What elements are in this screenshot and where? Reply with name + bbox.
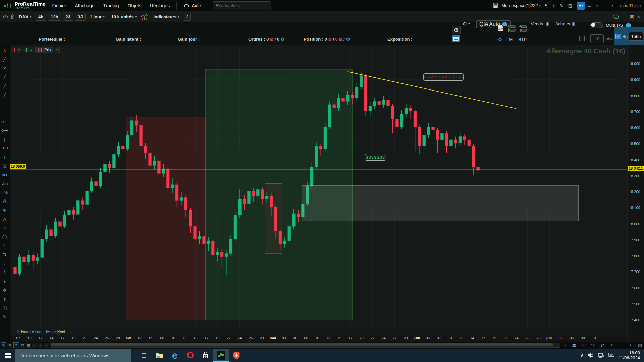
close-icon[interactable]: ×: [611, 3, 617, 8]
cancel-orders-icon[interactable]: ⊠: [270, 37, 273, 42]
info-button[interactable]: i: [184, 13, 191, 21]
panel-settings-wrench-icon[interactable]: ⚙: [452, 26, 461, 34]
collapse-tools[interactable]: ∧: [1, 46, 9, 55]
windows-store-button[interactable]: [198, 349, 213, 362]
screens-icon[interactable]: ▭: [32, 343, 37, 348]
grab-tool[interactable]: ✥: [1, 286, 9, 295]
close-position2-icon[interactable]: ⊠: [339, 37, 342, 42]
menu-affichage[interactable]: Affichage: [73, 2, 96, 10]
scroll-left-icon[interactable]: ‹: [44, 343, 49, 348]
close-icon[interactable]: ×: [637, 14, 640, 19]
timeframe-3j[interactable]: 3J: [75, 13, 85, 21]
undo-icon[interactable]: ↶: [580, 342, 587, 348]
reload-icon[interactable]: [613, 14, 619, 19]
server-icon[interactable]: ▤: [568, 3, 574, 8]
lmt-button[interactable]: LMT: [506, 37, 515, 42]
stop-checkbox[interactable]: ✓: [615, 34, 621, 39]
to-order-icon[interactable]: [496, 25, 504, 32]
pin-icon[interactable]: ⊼: [596, 3, 601, 8]
menu-aide[interactable]: Aide: [181, 2, 203, 10]
buy-chart-tab[interactable]: ❚▲: [23, 47, 34, 53]
circle-tool[interactable]: ○: [1, 224, 9, 233]
orders-settings-icon[interactable]: ⚙: [281, 37, 285, 42]
gray-zone[interactable]: [302, 185, 578, 221]
search-box[interactable]: [213, 1, 271, 10]
taskbar-search[interactable]: Rechercher sur le web et dans Windows: [15, 349, 131, 362]
trend-line-tool[interactable]: ╱: [1, 55, 9, 64]
h-segment-tool[interactable]: o-o: [1, 144, 9, 153]
flag-icon[interactable]: ⚑: [544, 3, 549, 8]
pencil-tool[interactable]: ✎: [1, 312, 9, 321]
menu-reglages[interactable]: Réglages: [148, 2, 172, 10]
stp-order-icon[interactable]: [519, 25, 527, 32]
buy-info-icon[interactable]: i: [572, 22, 575, 26]
workspace-selector[interactable]: Mon espace(1)222 ▾: [501, 3, 541, 8]
limit-checkbox[interactable]: [579, 36, 585, 41]
arrow-line-tool[interactable]: ↗: [1, 64, 9, 73]
keyboard-icon[interactable]: [452, 35, 460, 42]
opera-browser-button[interactable]: O: [182, 349, 198, 362]
minimize-icon[interactable]: —: [604, 3, 609, 8]
horizontal-line-tool[interactable]: —: [1, 99, 9, 108]
period-selector[interactable]: 1 jour▾: [88, 13, 107, 20]
tray-chevron-icon[interactable]: ∧: [580, 352, 584, 358]
link-icon[interactable]: [10, 14, 15, 19]
save-icon[interactable]: [493, 3, 498, 8]
thick-line-tool[interactable]: ╱: [1, 81, 9, 90]
prorealtime-taskbar-button[interactable]: [213, 349, 229, 362]
menu-objets[interactable]: Objets: [126, 2, 143, 10]
to-button[interactable]: TO: [496, 37, 502, 42]
updown-tool[interactable]: ⇅: [1, 250, 9, 259]
goto-date-icon[interactable]: ▦: [571, 342, 578, 348]
layout-icon[interactable]: ▱: [588, 3, 594, 8]
percent-tool[interactable]: ↑%: [1, 188, 9, 197]
zigzag-tool[interactable]: ⋀: [1, 215, 9, 224]
horizontal-ray2-tool[interactable]: o—: [1, 126, 9, 135]
timeframe-2j[interactable]: 2J: [63, 13, 73, 21]
sell-info-icon[interactable]: i: [546, 22, 549, 26]
lmt-order-icon[interactable]: [507, 25, 516, 32]
fan-lines-tool[interactable]: ⋘: [1, 170, 9, 179]
segment-tool[interactable]: ╱: [1, 73, 9, 82]
task-view-button[interactable]: [136, 349, 152, 362]
arrow-up-tool[interactable]: ⇡: [1, 268, 9, 277]
menu-trading[interactable]: Trading: [101, 2, 121, 10]
zoom-in-icon[interactable]: +: [627, 342, 634, 348]
stp-button[interactable]: STP: [518, 37, 527, 42]
clock[interactable]: 16:00 11/06/2024: [619, 350, 640, 360]
start-button[interactable]: [0, 349, 15, 362]
vertical-line-tool[interactable]: |: [1, 135, 9, 144]
zoom-drag-icon[interactable]: ⌖: [608, 342, 615, 348]
timeframe-12h[interactable]: 12h: [48, 13, 61, 21]
timeframe-4h[interactable]: 4h: [36, 13, 46, 21]
chart-list-icon[interactable]: ≡: [54, 47, 60, 53]
units-selector[interactable]: 10 k unités▾: [109, 13, 139, 20]
tab-qty[interactable]: Qté: [463, 21, 470, 26]
indicators-selector[interactable]: Indicateurs▾: [151, 13, 182, 20]
instrument-selector[interactable]: DAX▾: [17, 13, 34, 20]
red-zone[interactable]: [126, 117, 205, 320]
redo-icon[interactable]: ↷: [589, 342, 597, 348]
volume-icon[interactable]: [588, 353, 594, 358]
search-input[interactable]: [215, 3, 276, 8]
notifications-icon[interactable]: [608, 353, 614, 358]
close-position-icon[interactable]: ⊠: [328, 37, 332, 42]
angle-tool[interactable]: ∠α: [1, 179, 9, 188]
limit-points-input[interactable]: [590, 34, 604, 43]
horizontal-line2-tool[interactable]: —: [1, 108, 9, 117]
draw-mode-icon[interactable]: ✎: [1, 342, 6, 348]
zoom-out-icon[interactable]: −: [618, 342, 625, 348]
brave-browser-button[interactable]: [229, 349, 244, 362]
scrollbar-thumb[interactable]: [51, 343, 553, 346]
sync-icon[interactable]: ↻: [560, 3, 566, 8]
extended-line-tool[interactable]: ╱: [1, 90, 9, 100]
scroll-right-icon[interactable]: ›: [561, 342, 569, 348]
ellipse-tool[interactable]: ◯: [1, 233, 9, 242]
chevron-tool[interactable]: ▾: [1, 277, 9, 286]
lock-icon[interactable]: ⚿: [552, 3, 557, 8]
file-explorer-button[interactable]: [152, 349, 167, 362]
horizontal-ray-tool[interactable]: o—: [1, 117, 9, 126]
chat-icon[interactable]: ❝: [13, 342, 19, 348]
minimize-icon[interactable]: —: [622, 14, 627, 19]
position-settings-icon[interactable]: ⚙: [346, 37, 350, 42]
